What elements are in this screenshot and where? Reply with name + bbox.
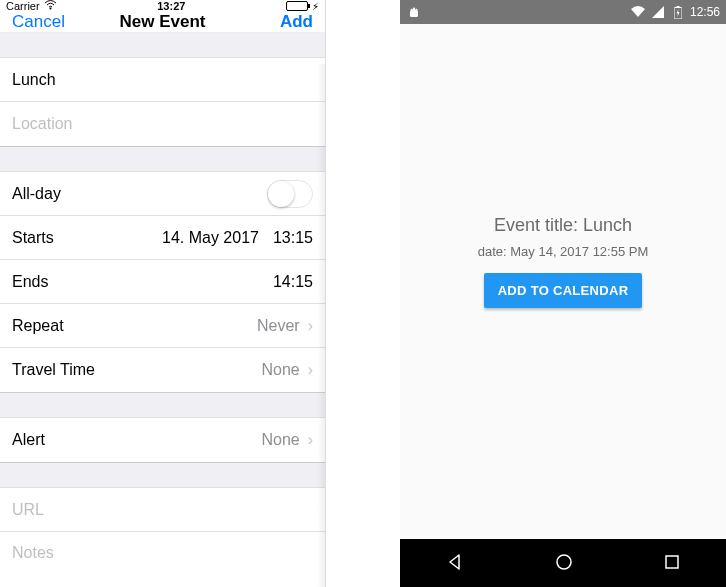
url-placeholder: URL [12,501,44,519]
status-time: 13:27 [157,0,185,12]
event-title-field[interactable]: Lunch [0,58,325,102]
ends-label: Ends [12,273,48,291]
svg-point-6 [557,555,571,569]
alert-value: None [261,431,299,449]
add-button[interactable]: Add [253,12,313,32]
repeat-value: Never [257,317,300,335]
wifi-icon [44,0,57,12]
notes-field[interactable]: Notes [0,532,325,587]
svg-point-3 [415,8,417,10]
android-nav-bar [400,539,726,587]
url-notes-group: URL Notes [0,487,325,587]
recents-button[interactable] [663,553,681,574]
starts-date: 14. May 2017 [162,229,259,247]
chevron-right-icon: › [308,362,313,378]
svg-point-2 [412,8,414,10]
battery-icon [670,4,686,20]
android-mascot-icon [406,4,422,20]
location-placeholder: Location [12,115,73,133]
status-time: 12:56 [690,5,720,19]
location-field[interactable]: Location [0,102,325,146]
svg-rect-5 [676,6,679,8]
chevron-right-icon: › [308,432,313,448]
travel-row[interactable]: Travel Time None › [0,348,325,392]
add-to-calendar-button[interactable]: ADD TO CALENDAR [484,273,643,308]
wifi-icon [630,4,646,20]
repeat-row[interactable]: Repeat Never › [0,304,325,348]
nav-title: New Event [72,12,253,32]
time-group: All-day Starts 14. May 2017 13:15 Ends 1… [0,171,325,393]
event-title: Event title: Lunch [494,215,632,236]
svg-rect-1 [410,10,418,17]
event-title-value: Lunch [12,71,56,89]
charging-icon: ⚡︎ [312,1,319,12]
starts-time: 13:15 [273,229,313,247]
event-date: date: May 14, 2017 12:55 PM [478,244,649,259]
screenshot-gap [326,0,400,587]
url-field[interactable]: URL [0,488,325,532]
svg-rect-7 [666,556,678,568]
ends-time: 14:15 [273,273,313,291]
alert-label: Alert [12,431,45,449]
alert-group: Alert None › [0,417,325,463]
android-content: Event title: Lunch date: May 14, 2017 12… [400,24,726,539]
battery-icon [286,1,308,11]
cancel-button[interactable]: Cancel [12,12,72,32]
travel-value: None [261,361,299,379]
notes-placeholder: Notes [12,544,54,562]
alert-row[interactable]: Alert None › [0,418,325,462]
starts-row[interactable]: Starts 14. May 2017 13:15 [0,216,325,260]
starts-label: Starts [12,229,54,247]
back-button[interactable] [445,552,465,575]
title-location-group: Lunch Location [0,57,325,147]
ios-screen: Carrier 13:27 ⚡︎ Cancel New Event Add Lu… [0,0,326,587]
signal-icon [650,4,666,20]
home-button[interactable] [554,552,574,575]
travel-label: Travel Time [12,361,95,379]
allday-label: All-day [12,185,61,203]
ios-navbar: Cancel New Event Add [0,12,325,33]
svg-point-0 [49,8,51,10]
chevron-right-icon: › [308,318,313,334]
carrier-label: Carrier [6,0,40,12]
repeat-label: Repeat [12,317,64,335]
android-screen: 12:56 Event title: Lunch date: May 14, 2… [400,0,726,587]
ios-status-bar: Carrier 13:27 ⚡︎ [0,0,325,12]
android-status-bar: 12:56 [400,0,726,24]
allday-row: All-day [0,172,325,216]
allday-toggle[interactable] [267,180,313,208]
ends-row[interactable]: Ends 14:15 [0,260,325,304]
